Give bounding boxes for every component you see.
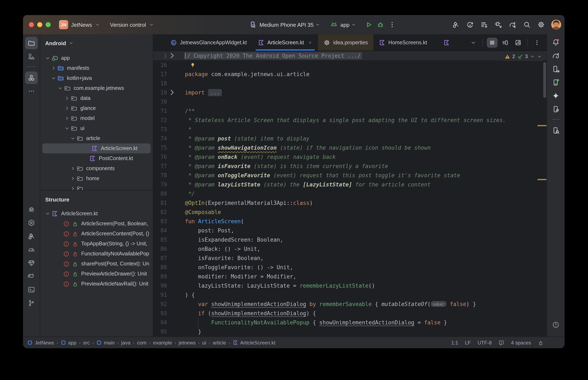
settings-button[interactable]: [535, 19, 547, 31]
debug-button[interactable]: [375, 19, 386, 31]
tool-window-run[interactable]: [25, 217, 38, 229]
structure-item[interactable]: fsharePost(Post, Context): Un: [40, 259, 153, 269]
structure-item[interactable]: fArticleScreenContent(Post, (): [40, 229, 153, 239]
code-line-76[interactable]: 76 * @param onBack (event) request navig…: [153, 152, 547, 161]
project-tree-item-kotlin-java[interactable]: kotlin+java: [40, 73, 153, 83]
build-button[interactable]: [450, 19, 462, 31]
tool-window-gradle[interactable]: [549, 49, 562, 62]
window-zoom-button[interactable]: [46, 22, 51, 27]
structure-item[interactable]: fArticleScreen(Post, Boolean,: [40, 219, 153, 229]
tool-window-structure[interactable]: [25, 72, 38, 84]
user-avatar[interactable]: [551, 20, 561, 30]
tool-window-problems[interactable]: [549, 319, 562, 331]
code-line-85[interactable]: 85 isExpandedScreen: Boolean,: [153, 235, 547, 244]
code-line-16[interactable]: 16: [153, 60, 547, 69]
tool-window-profiler[interactable]: [25, 243, 38, 256]
attach-debugger-button[interactable]: [493, 19, 504, 31]
project-tree-item-article[interactable]: article: [40, 133, 153, 143]
structure-root[interactable]: ArticleScreen.kt: [40, 209, 153, 219]
tool-window-gemini[interactable]: [549, 90, 562, 102]
editor-options-button[interactable]: [531, 38, 542, 47]
breadcrumb-item-jetnews[interactable]: JetNews: [27, 340, 54, 345]
code-line-88[interactable]: 88 onToggleFavorite: () -> Unit,: [153, 263, 547, 272]
project-selector[interactable]: JetNews: [71, 21, 92, 28]
search-everywhere-button[interactable]: [521, 19, 533, 31]
status-write-access[interactable]: [538, 340, 544, 345]
code-line-18[interactable]: 18: [153, 79, 547, 88]
tab-jetnewsglanceappwidget-kt[interactable]: JetnewsGlanceAppWidget.kt: [165, 34, 252, 51]
code-line-75[interactable]: 75 * @param showNavigationIcon (state) i…: [153, 143, 547, 152]
tool-window-more-tool-windows[interactable]: [25, 85, 38, 97]
project-tree-item-glance[interactable]: glance: [40, 103, 153, 113]
tab-idea-properties[interactable]: idea.properties: [318, 34, 373, 51]
status-inspection-highlights[interactable]: [498, 340, 504, 345]
project-tree-item-app[interactable]: app: [40, 53, 153, 63]
code-line-78[interactable]: 78 * @param onToggleFavorite (event) req…: [153, 171, 547, 180]
hidden-tabs-button[interactable]: [468, 38, 479, 47]
code-line-73[interactable]: 73 *: [153, 125, 547, 134]
tool-window-running-devices[interactable]: [549, 76, 562, 89]
chevdown-icon[interactable]: [351, 22, 356, 27]
code-line-72[interactable]: 72 * Stateless Article Screen that displ…: [153, 115, 547, 125]
device-selector[interactable]: Medium Phone API 35: [260, 21, 314, 28]
inspections-widget[interactable]: 23: [501, 52, 546, 61]
breadcrumb-item-example[interactable]: example: [153, 340, 172, 345]
breadcrumb-item-java[interactable]: java: [121, 340, 131, 345]
window-minimize-button[interactable]: [37, 22, 42, 27]
breadcrumb-item-com[interactable]: com: [137, 340, 146, 345]
code-line-17[interactable]: 17package com.example.jetnews.ui.article: [153, 69, 547, 79]
vcs-menu[interactable]: Version control: [110, 21, 146, 28]
chevron-down-icon[interactable]: [95, 22, 100, 27]
structure-item[interactable]: fPreviewArticleNavRail(): Unit: [40, 279, 153, 289]
structure-item[interactable]: fTopAppBar(String, () -> Unit,: [40, 239, 153, 249]
breadcrumb-item-jetnews[interactable]: jetnews: [179, 340, 196, 345]
code-line-92[interactable]: 92 var showUnimplementedActionDialog by …: [153, 299, 547, 308]
breadcrumb-item-ui[interactable]: ui: [202, 340, 206, 345]
fold-icon[interactable]: [167, 51, 177, 61]
project-tree-item-com-example-jetnews[interactable]: com.example.jetnews: [40, 83, 153, 93]
sync-project-button[interactable]: A: [464, 19, 476, 31]
code-line-94[interactable]: 94 FunctionalityNotAvailablePopup { show…: [153, 318, 547, 327]
tool-window-device-explorer[interactable]: < path d="M13.1 12.7l1.7 1.7"/>: [549, 124, 562, 137]
project-tree-item-data[interactable]: data: [40, 93, 153, 103]
code-line-93[interactable]: 93 if (showUnimplementedActionDialog) {: [153, 308, 547, 318]
breadcrumb-item-src[interactable]: src: [83, 340, 90, 345]
status-file-encoding[interactable]: UTF-8: [478, 340, 492, 345]
project-tree-item-postcontent-kt[interactable]: PostContent.kt: [40, 153, 153, 163]
chevdown-icon[interactable]: [315, 22, 320, 27]
run-config-selector[interactable]: app: [341, 21, 349, 28]
status-line-separator[interactable]: LF: [465, 340, 471, 345]
breadcrumb-item-articlescreen-kt[interactable]: ArticleScreen.kt: [233, 340, 275, 345]
status-caret-position[interactable]: 1:1: [451, 340, 458, 345]
project-tree-item-model[interactable]: model: [40, 113, 153, 123]
tool-window-terminal[interactable]: [25, 284, 38, 296]
breadcrumb-item-app[interactable]: app: [61, 340, 76, 345]
tab-overflow[interactable]: [432, 34, 453, 51]
code-line-83[interactable]: 83fun ArticleScreen(: [153, 217, 547, 226]
project-tree-item-ui[interactable]: ui: [40, 123, 153, 133]
editor[interactable]: 23 1/ Copyright 2020 The Android Open So…: [153, 51, 547, 337]
structure-item[interactable]: fPreviewArticleDrawer(): Unit: [40, 269, 153, 279]
view-split-button[interactable]: [500, 38, 510, 47]
chevup-icon[interactable]: [530, 54, 535, 59]
fold-icon[interactable]: [167, 87, 177, 97]
chevron-down-icon[interactable]: [149, 22, 154, 27]
code-line-95[interactable]: 95 }: [153, 327, 547, 336]
code-line-84[interactable]: 84 post: Post,: [153, 226, 547, 235]
tool-window-project[interactable]: [25, 37, 38, 49]
window-close-button[interactable]: [29, 22, 34, 27]
view-code-button[interactable]: [487, 38, 498, 47]
code-line-19[interactable]: 19import ...: [153, 88, 547, 97]
project-tree-item[interactable]: [40, 184, 153, 190]
code-line-81[interactable]: 81@OptIn(ExperimentalMaterial3Api::class…: [153, 198, 547, 207]
status-indent-size[interactable]: 4 spaces: [511, 340, 531, 345]
gradle-sync-button[interactable]: [507, 19, 519, 31]
structure-item[interactable]: fFunctionalityNotAvailablePop: [40, 249, 153, 259]
project-tree-item-home[interactable]: home: [40, 173, 153, 184]
chevdown-icon[interactable]: [537, 54, 542, 59]
tool-window-device-manager[interactable]: [549, 63, 562, 75]
tool-window-notifications[interactable]: [549, 36, 562, 49]
tab-homescreens-kt[interactable]: HomeScreens.kt: [373, 34, 432, 51]
code-line-86[interactable]: 86 onBack: () -> Unit,: [153, 244, 547, 253]
tab-close-icon[interactable]: [308, 40, 313, 45]
